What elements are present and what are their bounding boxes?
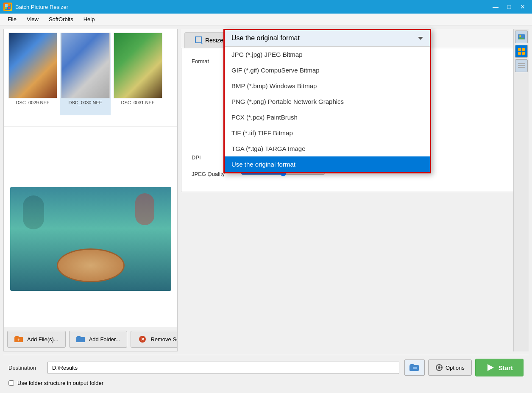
destination-row: Destination [8, 359, 524, 376]
large-format-dropdown-chevron [418, 37, 423, 40]
add-files-icon: + [14, 334, 24, 344]
svg-rect-1 [5, 4, 8, 7]
right-sidebar [513, 29, 529, 351]
folder-structure-row: Use folder structure in output folder [8, 380, 524, 386]
thumbnail-strip: DSC_0029.NEF DSC_0030.NEF DSC_0031.NEF [4, 29, 177, 127]
destination-actions: Options Start [404, 359, 524, 376]
options-button[interactable]: Options [428, 360, 472, 376]
start-button[interactable]: Start [475, 359, 524, 376]
menu-bar: File View SoftOrbits Help [0, 14, 532, 25]
large-format-option-2[interactable]: GIF (*.gif) CompuServe Bitmap [225, 62, 430, 78]
svg-text:+: + [17, 337, 20, 342]
svg-point-16 [519, 35, 521, 37]
svg-rect-26 [410, 364, 414, 366]
svg-rect-2 [8, 4, 10, 6]
thumbnail-3[interactable]: DSC_0031.NEF [112, 33, 163, 115]
thumbnail-1[interactable]: DSC_0029.NEF [7, 33, 58, 115]
svg-rect-12 [195, 37, 201, 43]
file-toolbar: + Add File(s)... Add Folder... [4, 327, 177, 351]
title-bar: Batch Picture Resizer — □ ✕ [0, 0, 532, 14]
svg-rect-18 [518, 48, 521, 51]
large-format-dropdown: Use the original format JPG (*.jpg) JPEG… [223, 29, 431, 173]
menu-file[interactable]: File [3, 15, 21, 23]
svg-rect-27 [413, 367, 417, 369]
large-format-dropdown-value: Use the original format [231, 34, 300, 42]
sidebar-icon-list[interactable] [515, 59, 528, 72]
svg-point-29 [438, 366, 440, 369]
bottom-bar: Destination [3, 355, 529, 390]
title-bar-left: Batch Picture Resizer [3, 3, 68, 11]
minimize-button[interactable]: — [490, 3, 501, 11]
content-area: DSC_0029.NEF DSC_0030.NEF DSC_0031.NEF [3, 29, 529, 351]
large-format-option-4[interactable]: PNG (*.png) Portable Network Graphics [225, 94, 430, 109]
add-files-button[interactable]: + Add File(s)... [7, 331, 66, 348]
menu-view[interactable]: View [22, 15, 43, 23]
right-panel: Resize Convert [181, 29, 529, 351]
svg-text:✕: ✕ [141, 337, 145, 342]
file-list-panel: DSC_0029.NEF DSC_0030.NEF DSC_0031.NEF [3, 29, 178, 351]
thumb-label-2: DSC_0030.NEF [69, 100, 102, 105]
menu-softorbits[interactable]: SoftOrbits [45, 15, 78, 23]
svg-rect-4 [8, 7, 10, 9]
svg-rect-9 [77, 336, 81, 338]
thumb-image-2 [61, 33, 110, 98]
svg-line-13 [201, 42, 202, 44]
sidebar-icon-photos[interactable] [515, 31, 528, 43]
thumb-label-1: DSC_0029.NEF [16, 100, 50, 105]
svg-marker-34 [487, 364, 494, 371]
add-folder-button[interactable]: Add Folder... [69, 331, 128, 348]
destination-input[interactable] [47, 362, 399, 374]
main-window: DSC_0029.NEF DSC_0030.NEF DSC_0031.NEF [0, 25, 532, 393]
thumb-image-1 [8, 33, 57, 98]
cake-circle [57, 248, 125, 282]
folder-structure-label: Use folder structure in output folder [17, 380, 103, 386]
large-format-dropdown-header[interactable]: Use the original format [225, 30, 430, 47]
remove-icon: ✕ [138, 334, 147, 344]
thumb-label-3: DSC_0031.NEF [121, 100, 155, 105]
destination-label: Destination [8, 365, 42, 371]
svg-rect-20 [518, 52, 521, 55]
large-format-option-6[interactable]: TIF (*.tif) TIFF Bitmap [225, 125, 430, 141]
preview-area [4, 127, 177, 351]
title-bar-controls: — □ ✕ [490, 3, 529, 11]
large-format-option-1[interactable]: JPG (*.jpg) JPEG Bitmap [225, 47, 430, 62]
cake-simulation [10, 187, 171, 291]
svg-rect-3 [5, 7, 7, 9]
svg-rect-19 [522, 48, 525, 51]
browse-folder-button[interactable] [404, 360, 425, 376]
svg-rect-24 [518, 67, 525, 68]
large-format-option-7[interactable]: TGA (*.tga) TARGA Image [225, 141, 430, 156]
resize-tab-icon [195, 36, 203, 44]
large-format-option-3[interactable]: BMP (*.bmp) Windows Bitmap [225, 78, 430, 94]
app-icon [3, 3, 12, 11]
svg-rect-22 [518, 63, 525, 64]
remove-selected-button[interactable]: ✕ Remove Selected [131, 331, 178, 348]
preview-image [10, 187, 171, 291]
app-title: Batch Picture Resizer [15, 4, 68, 10]
large-format-option-8[interactable]: Use the original format [225, 156, 430, 172]
sidebar-icon-grid[interactable] [515, 45, 528, 58]
thumb-image-3 [114, 33, 162, 98]
maximize-button[interactable]: □ [503, 3, 515, 11]
thumbnail-2[interactable]: DSC_0030.NEF [60, 33, 111, 115]
large-format-option-5[interactable]: PCX (*.pcx) PaintBrush [225, 109, 430, 125]
add-folder-icon [76, 334, 86, 344]
folder-structure-checkbox[interactable] [8, 380, 14, 386]
close-button[interactable]: ✕ [517, 3, 529, 11]
svg-rect-23 [518, 65, 525, 66]
svg-rect-21 [522, 52, 525, 55]
menu-help[interactable]: Help [79, 15, 99, 23]
